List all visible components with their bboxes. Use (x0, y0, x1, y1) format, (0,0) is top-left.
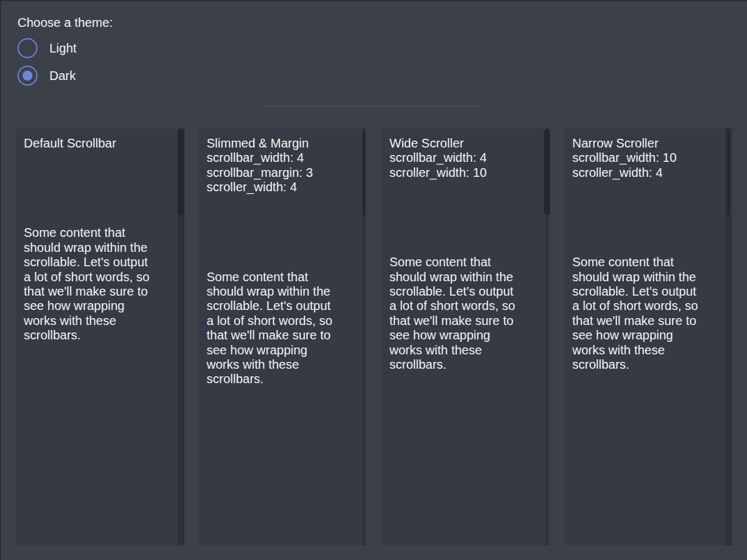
theme-chooser-label: Choose a theme: (18, 15, 747, 30)
panel-paragraph: Some content that should wrap within the… (207, 270, 337, 387)
panel-title: Slimmed & Margin (207, 136, 349, 151)
panel-content: Narrow Scroller scrollbar_width: 10 scro… (564, 128, 733, 372)
spacer (389, 180, 531, 255)
scrollbar-thumb[interactable] (363, 129, 365, 215)
scrollable-gallery: Default Scrollbar Some content that shou… (16, 128, 733, 546)
scrollable-panel-wide-scroller[interactable]: Wide Scroller scrollbar_width: 4 scrolle… (381, 128, 550, 546)
panel-paragraph: Some content that should wrap within the… (573, 255, 703, 372)
panel-properties: scrollbar_width: 4 scrollbar_margin: 3 s… (207, 151, 349, 194)
scrollbar-thumb[interactable] (544, 129, 550, 215)
scrollable-panel-slimmed-margin[interactable]: Slimmed & Margin scrollbar_width: 4 scro… (199, 128, 368, 546)
radio-label-light: Light (49, 41, 76, 56)
radio-selected-icon[interactable] (18, 66, 38, 86)
scrollbar-thumb[interactable] (178, 129, 184, 215)
app-window: Choose a theme: Light Dark Default Scrol… (0, 0, 747, 560)
panel-title: Narrow Scroller (573, 136, 714, 151)
panel-title: Default Scrollbar (24, 136, 166, 151)
scrollbar-thumb[interactable] (727, 129, 729, 215)
radio-option-light[interactable]: Light (18, 38, 76, 58)
panel-paragraph: Some content that should wrap within the… (24, 226, 154, 342)
spacer (573, 180, 714, 255)
panel-content: Wide Scroller scrollbar_width: 4 scrolle… (381, 128, 550, 372)
panel-title: Wide Scroller (389, 136, 531, 151)
panel-properties: scrollbar_width: 4 scroller_width: 10 (389, 151, 531, 180)
panel-paragraph: Some content that should wrap within the… (389, 255, 519, 372)
radio-option-dark[interactable]: Dark (18, 66, 76, 86)
scrollable-panel-default[interactable]: Default Scrollbar Some content that shou… (16, 128, 184, 546)
radio-dot-icon (23, 71, 33, 81)
panel-properties: scrollbar_width: 10 scroller_width: 4 (573, 151, 714, 180)
radio-unselected-icon[interactable] (18, 38, 38, 58)
scrollable-panel-narrow-scroller[interactable]: Narrow Scroller scrollbar_width: 10 scro… (564, 128, 733, 546)
theme-chooser: Choose a theme: Light Dark (1, 1, 747, 128)
radio-label-dark: Dark (49, 69, 76, 83)
spacer (207, 195, 349, 270)
panel-content: Default Scrollbar Some content that shou… (16, 128, 184, 343)
spacer (24, 151, 166, 226)
panel-content: Slimmed & Margin scrollbar_width: 4 scro… (199, 128, 368, 387)
horizontal-divider (266, 106, 483, 107)
